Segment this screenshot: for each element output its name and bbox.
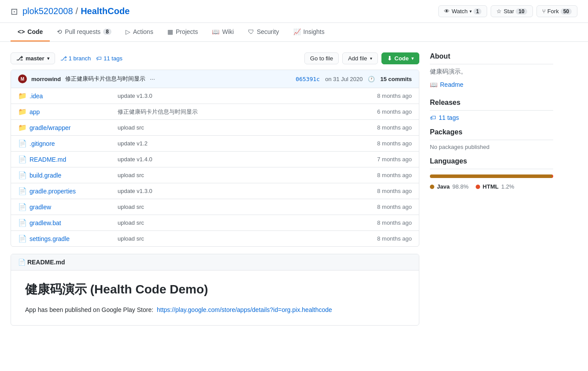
tab-code-label: Code: [27, 28, 43, 35]
table-row: 📄 README.md update v1.4.0 7 months ago: [11, 152, 419, 167]
tab-insights-label: Insights: [303, 28, 325, 35]
branch-name: master: [26, 55, 44, 62]
file-list: M morrowind 修正健康码卡片信息与时间显示 ··· 065391c o…: [11, 70, 419, 247]
chevron-down-icon: ▾: [370, 56, 372, 61]
star-button[interactable]: ☆ Star 10: [491, 5, 533, 17]
file-name[interactable]: .idea: [30, 93, 118, 100]
star-label: Star: [503, 8, 514, 15]
tab-code[interactable]: <> Code: [11, 23, 50, 41]
table-row: 📁 .idea update v1.3.0 8 months ago: [11, 88, 419, 104]
tags-link[interactable]: 🏷 11 tags: [430, 114, 553, 121]
file-name[interactable]: gradle/wrapper: [30, 124, 118, 131]
file-commit-message: upload src: [118, 172, 359, 178]
table-row: 📁 gradle/wrapper upload src 8 months ago: [11, 120, 419, 136]
readme-text-prefix: App has been published on Google Play St…: [25, 306, 153, 313]
languages-section: Languages Java 98.8% HTML 1.2%: [430, 157, 553, 190]
file-icon: 📄: [18, 139, 25, 148]
readme-link-label: Readme: [440, 81, 463, 88]
main-content: ⎇ master ▾ ⎇ 1 branch 🏷 11 tags Go to fi…: [0, 42, 564, 336]
readme-header: 📄 README.md: [11, 254, 419, 271]
repo-title: ⊡ plok5202008 / HealthCode: [11, 6, 129, 17]
tab-projects[interactable]: ▦ Projects: [160, 23, 205, 41]
fork-label: Fork: [547, 8, 559, 15]
java-language-pct: 98.8%: [452, 183, 469, 190]
branch-selector[interactable]: ⎇ master ▾: [11, 52, 55, 64]
watch-count: 1: [473, 8, 482, 15]
commit-bar-right: 065391c on 31 Jul 2020 🕐 15 commits: [296, 76, 412, 82]
file-commit-message: update v1.3.0: [118, 188, 359, 194]
packages-section: Packages No packages published: [430, 128, 553, 150]
go-to-file-label: Go to file: [310, 55, 333, 62]
folder-icon: 📁: [18, 108, 25, 116]
commits-count: 15 commits: [380, 76, 412, 82]
commit-author[interactable]: morrowind: [31, 76, 61, 82]
watch-button[interactable]: 👁 Watch ▾ 1: [438, 5, 487, 17]
releases-title: Releases: [430, 99, 553, 111]
readme-box: 📄 README.md 健康码演示 (Health Code Demo) App…: [11, 254, 419, 326]
book-icon: 📖: [430, 81, 437, 88]
star-count: 10: [516, 8, 527, 15]
file-name[interactable]: settings.gradle: [30, 235, 118, 242]
no-packages-label: No packages published: [430, 144, 553, 150]
pr-icon: ⟲: [57, 28, 62, 35]
folder-icon: 📁: [18, 92, 25, 100]
fork-button[interactable]: ⑂ Fork 50: [536, 5, 577, 17]
star-icon: ☆: [496, 8, 502, 15]
language-list: Java 98.8% HTML 1.2%: [430, 183, 553, 190]
file-name[interactable]: build.gradle: [30, 172, 118, 179]
branch-count-label: 1 branch: [69, 55, 91, 62]
add-file-button[interactable]: Add file ▾: [342, 52, 377, 64]
repo-main: ⎇ master ▾ ⎇ 1 branch 🏷 11 tags Go to fi…: [11, 52, 419, 326]
file-name[interactable]: gradle.properties: [30, 188, 118, 195]
file-time: 6 months ago: [359, 108, 412, 115]
branch-count-link[interactable]: ⎇ 1 branch: [60, 55, 91, 62]
commit-date: on 31 Jul 2020: [325, 76, 362, 82]
language-bar: [430, 174, 553, 178]
file-name[interactable]: README.md: [30, 156, 118, 163]
go-to-file-button[interactable]: Go to file: [304, 52, 339, 64]
table-row: 📄 gradlew upload src 8 months ago: [11, 199, 419, 215]
security-icon: 🛡: [248, 28, 254, 35]
file-time: 8 months ago: [359, 124, 412, 131]
repo-name[interactable]: HealthCode: [81, 6, 129, 16]
tab-security-label: Security: [257, 28, 279, 35]
branch-icon: ⎇: [16, 55, 23, 62]
commit-sha[interactable]: 065391c: [296, 76, 320, 82]
table-row: 📄 .gitignore update v1.2 8 months ago: [11, 136, 419, 152]
tab-actions[interactable]: ▷ Actions: [118, 23, 160, 41]
table-row: 📄 gradlew.bat upload src 8 months ago: [11, 215, 419, 231]
tab-actions-label: Actions: [133, 28, 153, 35]
tab-security[interactable]: 🛡 Security: [241, 23, 286, 41]
tab-pull-requests[interactable]: ⟲ Pull requests 8: [50, 23, 118, 41]
tab-insights[interactable]: 📈 Insights: [286, 23, 332, 41]
code-label: Code: [395, 55, 409, 62]
html-language-dot: [476, 185, 480, 189]
tag-count-link[interactable]: 🏷 11 tags: [96, 55, 122, 62]
tag-icon: 🏷: [96, 55, 102, 62]
readme-play-store-link[interactable]: https://play.google.com/store/apps/detai…: [157, 306, 332, 313]
file-icon: 📄: [18, 187, 25, 195]
tag-count-label: 11 tags: [104, 55, 122, 62]
java-language-bar: [430, 174, 552, 178]
tab-projects-label: Projects: [176, 28, 198, 35]
repo-sidebar: About 健康码演示。 📖 Readme Releases 🏷 11 tags…: [430, 52, 553, 326]
commits-count-link[interactable]: 15 commits: [380, 76, 412, 82]
file-name[interactable]: gradlew.bat: [30, 219, 118, 226]
file-icon: 📄: [18, 234, 25, 243]
readme-link[interactable]: 📖 Readme: [430, 81, 553, 88]
chevron-down-icon: ▾: [411, 56, 414, 61]
repo-owner[interactable]: plok5202008: [22, 6, 73, 16]
file-time: 8 months ago: [359, 172, 412, 178]
tab-wiki[interactable]: 📖 Wiki: [205, 23, 240, 41]
file-name[interactable]: .gitignore: [30, 140, 118, 147]
nav-tabs: <> Code ⟲ Pull requests 8 ▷ Actions ▦ Pr…: [0, 23, 588, 42]
repo-header: ⊡ plok5202008 / HealthCode 👁 Watch ▾ 1 ☆…: [0, 0, 588, 23]
html-language-bar: [552, 174, 553, 178]
file-icon: 📄: [18, 203, 25, 211]
download-icon: ⬇: [387, 55, 392, 62]
file-name[interactable]: gradlew: [30, 204, 118, 211]
commit-expand-button[interactable]: ···: [150, 75, 155, 82]
tab-pr-label: Pull requests: [65, 28, 100, 35]
file-name[interactable]: app: [30, 108, 118, 115]
code-button[interactable]: ⬇ Code ▾: [381, 52, 420, 64]
